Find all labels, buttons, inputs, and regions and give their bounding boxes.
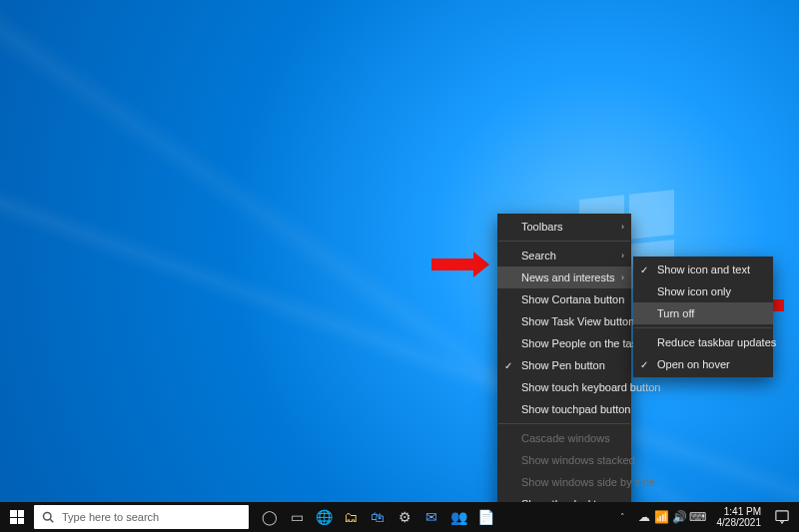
taskbar-app-edge[interactable]: 🌐 [311,502,337,532]
clock-date: 4/28/2021 [717,517,762,528]
news-submenu-item-label: Show icon only [657,285,731,297]
taskbar-menu-item-show-touch-keyboard-button[interactable]: Show touch keyboard button [497,376,631,398]
tray-volume-icon[interactable]: 🔊 [671,502,689,532]
svg-point-0 [44,513,52,521]
check-icon: ✓ [504,360,512,371]
search-input[interactable]: Type here to search [34,505,249,529]
taskbar-menu-item-show-task-view-button[interactable]: Show Task View button [497,310,631,332]
tray-language-icon[interactable]: ⌨ [689,502,707,532]
taskbar-menu-item-label: Show touchpad button [521,403,630,415]
start-button[interactable] [0,502,34,532]
taskbar-app-task-view[interactable]: ▭ [284,502,310,532]
news-submenu-item-label: Turn off [657,307,694,319]
taskbar-context-menu[interactable]: Toolbars›Search›News and interests›Show … [497,214,631,532]
news-submenu-item-label: Show icon and text [657,264,750,275]
news-submenu-item-turn-off[interactable]: Turn off [633,302,773,324]
taskbar-menu-item-label: Search [521,250,556,262]
windows-start-icon [10,510,24,524]
system-tray: ˄ ☁📶🔊⌨ 1:41 PM 4/28/2021 [616,502,800,532]
taskbar-menu-item-label: Show Pen button [521,359,605,371]
taskbar-menu-item-show-touchpad-button[interactable]: Show touchpad button [497,398,631,420]
svg-line-1 [50,519,53,522]
check-icon: ✓ [640,265,648,275]
taskbar-app-file-explorer[interactable]: 🗂 [338,502,364,532]
check-icon: ✓ [640,359,648,370]
search-icon [42,511,54,523]
tray-overflow-chevron-icon[interactable]: ˄ [616,512,629,522]
taskbar-menu-separator [498,241,630,242]
search-placeholder-text: Type here to search [62,511,159,523]
news-interests-submenu[interactable]: ✓Show icon and textShow icon onlyTurn of… [633,257,773,377]
news-submenu-item-open-on-hover[interactable]: ✓Open on hover [633,353,773,375]
taskbar-app-teams[interactable]: 👥 [445,502,471,532]
news-submenu-item-label: Open on hover [657,358,730,370]
taskbar-app-word[interactable]: 📄 [472,502,498,532]
taskbar-menu-item-show-cortana-button[interactable]: Show Cortana button [497,288,631,310]
notification-icon [775,510,789,524]
taskbar-menu-item-show-windows-side-by-side: Show windows side by side [497,471,631,493]
news-submenu-separator [634,327,772,328]
desktop-wallpaper: Toolbars›Search›News and interests›Show … [0,0,799,532]
chevron-right-icon: › [621,222,624,232]
news-submenu-item-show-icon-only[interactable]: Show icon only [633,280,773,302]
taskbar-menu-item-cascade-windows: Cascade windows [497,427,631,449]
taskbar-menu-item-label: Show windows side by side [521,476,655,488]
taskbar-menu-item-label: Show Task View button [521,315,634,327]
pinned-apps: ◯▭🌐🗂🛍⚙✉👥📄 [257,502,498,532]
taskbar-menu-item-news-and-interests[interactable]: News and interests› [497,266,631,288]
taskbar-app-mail[interactable]: ✉ [418,502,444,532]
taskbar-menu-item-label: Cascade windows [521,432,610,444]
taskbar-menu-item-label: Show Cortana button [521,293,624,305]
taskbar-app-store[interactable]: 🛍 [365,502,391,532]
chevron-right-icon: › [621,272,624,282]
svg-rect-2 [776,511,788,521]
tray-network-icon[interactable]: 📶 [653,502,671,532]
taskbar-menu-item-label: Show touch keyboard button [521,381,660,393]
arrow-annotation-main [431,252,489,277]
taskbar-menu-item-search[interactable]: Search› [497,245,631,266]
news-submenu-item-show-icon-and-text[interactable]: ✓Show icon and text [633,259,773,280]
taskbar-menu-item-label: News and interests [521,271,615,283]
taskbar-menu-item-show-windows-stacked: Show windows stacked [497,449,631,471]
taskbar-menu-item-label: Toolbars [521,221,563,233]
taskbar-menu-item-show-pen-button[interactable]: ✓Show Pen button [497,354,631,376]
news-submenu-item-label: Reduce taskbar updates [657,336,776,348]
taskbar-menu-item-toolbars[interactable]: Toolbars› [497,216,631,238]
clock[interactable]: 1:41 PM 4/28/2021 [713,506,766,528]
taskbar-app-cortana[interactable]: ◯ [257,502,283,532]
taskbar: Type here to search ◯▭🌐🗂🛍⚙✉👥📄 ˄ ☁📶🔊⌨ 1:4… [0,502,799,532]
action-center-button[interactable] [771,502,793,532]
taskbar-menu-item-show-people-on-the-taskbar[interactable]: Show People on the taskbar [497,332,631,354]
news-submenu-item-reduce-taskbar-updates[interactable]: Reduce taskbar updates [633,331,773,353]
taskbar-menu-item-label: Show windows stacked [521,454,635,466]
taskbar-app-settings[interactable]: ⚙ [392,502,417,532]
clock-time: 1:41 PM [717,506,762,517]
tray-onedrive-icon[interactable]: ☁ [635,502,653,532]
taskbar-menu-separator [498,423,630,424]
chevron-right-icon: › [621,251,624,261]
